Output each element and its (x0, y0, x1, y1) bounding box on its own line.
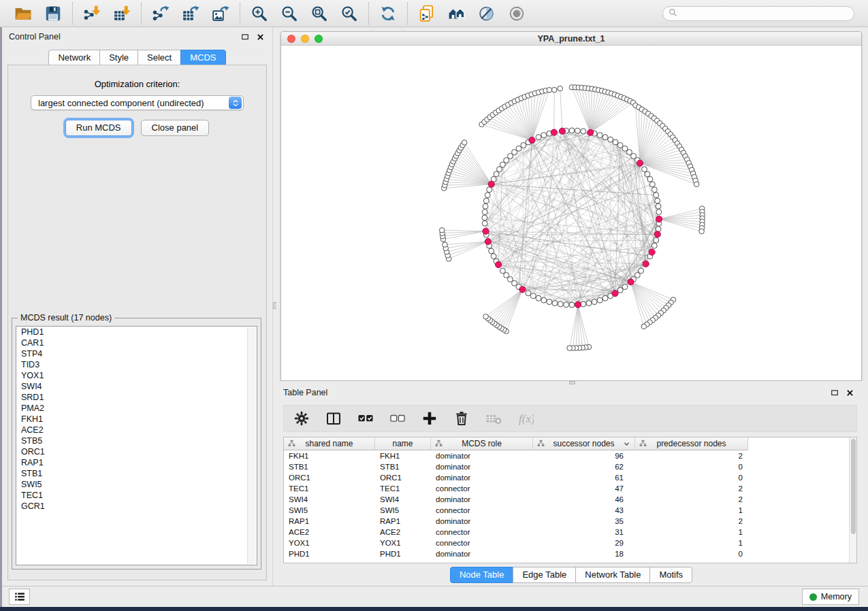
close-panel-icon[interactable] (255, 32, 266, 42)
column-header-predecessor-nodes[interactable]: predecessor nodes (635, 437, 748, 450)
zoom-out-icon[interactable] (279, 3, 300, 24)
mcds-result-item[interactable]: ACE2 (16, 425, 257, 435)
table-cell: 31 (533, 527, 635, 538)
tab-edge-table[interactable]: Edge Table (513, 567, 576, 583)
table-scrollbar-thumb[interactable] (851, 439, 856, 534)
search-input[interactable] (681, 9, 848, 18)
toolbar-group (142, 0, 240, 27)
refresh-layout-icon[interactable] (378, 3, 398, 24)
table-row[interactable]: RAP1RAP1dominator352 (284, 516, 856, 527)
tab-select[interactable]: Select (138, 50, 181, 66)
maximize-window-icon[interactable] (315, 35, 323, 43)
columns-icon[interactable] (325, 410, 342, 427)
search-icon (669, 7, 677, 20)
mcds-result-item[interactable]: RAP1 (16, 457, 257, 468)
mcds-result-item[interactable]: ORC1 (16, 446, 257, 457)
mcds-result-item[interactable]: YOX1 (16, 370, 257, 381)
mcds-result-list[interactable]: PHD1CAR1STP4TID3YOX1SWI4SRD1PMA2FKH1ACE2… (16, 326, 257, 565)
table-cell: ORC1 (284, 472, 375, 483)
close-panel-button[interactable]: Close panel (141, 120, 210, 136)
table-cell: 2 (635, 483, 748, 494)
table-cell: 43 (533, 505, 635, 516)
mcds-result-item[interactable]: STB1 (16, 468, 257, 479)
mcds-result-item[interactable]: SWI5 (16, 479, 257, 490)
mcds-result-item[interactable]: SRD1 (16, 392, 257, 403)
mcds-result-item[interactable]: CAR1 (16, 337, 257, 348)
import-table-icon[interactable] (112, 3, 132, 24)
export-table-icon[interactable] (180, 3, 201, 24)
minimize-window-icon[interactable] (301, 35, 309, 43)
mcds-result-item[interactable]: TID3 (16, 359, 257, 370)
criterion-dropdown[interactable]: largest connected component (undirected) (31, 95, 244, 110)
mcds-result-item[interactable]: STP4 (16, 348, 257, 359)
hide-selected-icon[interactable] (477, 3, 497, 24)
zoom-in-icon[interactable] (249, 3, 270, 24)
table-scrollbar[interactable] (849, 437, 856, 563)
table-row[interactable]: YOX1YOX1connector291 (284, 538, 856, 548)
status-bar: Memory (2, 586, 868, 607)
table-row[interactable]: PHD1PHD1dominator180 (284, 548, 856, 559)
export-network-icon[interactable] (150, 3, 171, 24)
float-panel-icon[interactable] (829, 388, 839, 398)
mcds-result-item[interactable]: PHD1 (16, 327, 257, 337)
table-row[interactable]: ORC1ORC1dominator610 (284, 472, 856, 483)
show-all-icon[interactable] (507, 3, 527, 24)
control-panel-title: Control Panel (9, 32, 61, 42)
node-table: shared namenameMCDS rolesuccessor nodesp… (283, 437, 857, 563)
table-cell: 18 (533, 548, 635, 559)
tab-motifs[interactable]: Motifs (649, 567, 692, 583)
float-panel-icon[interactable] (240, 32, 250, 42)
task-history-button[interactable] (9, 589, 30, 605)
column-header-name[interactable]: name (375, 437, 431, 450)
mcds-result-item[interactable]: SWI4 (16, 381, 257, 392)
table-cell: SWI5 (375, 505, 431, 516)
memory-button[interactable]: Memory (802, 589, 859, 605)
table-cell: 1 (635, 527, 748, 538)
tab-mcds[interactable]: MCDS (180, 50, 225, 66)
mcds-result-item[interactable]: STB5 (16, 435, 257, 446)
run-mcds-button[interactable]: Run MCDS (65, 120, 132, 136)
zoom-selected-icon[interactable] (339, 3, 359, 24)
delete-row-icon[interactable] (453, 410, 470, 427)
tab-network-table[interactable]: Network Table (575, 567, 650, 583)
mcds-result-title: MCDS result (17 nodes) (18, 313, 114, 323)
deselect-all-icon[interactable] (389, 410, 406, 427)
mcds-result-item[interactable]: FKH1 (16, 414, 257, 425)
close-window-icon[interactable] (287, 35, 295, 43)
column-header-successor-nodes[interactable]: successor nodes (533, 437, 635, 450)
column-header-MCDS-role[interactable]: MCDS role (431, 437, 533, 450)
app-window: Control Panel NetworkStyleSelectMCDS Opt… (0, 0, 868, 607)
tab-style[interactable]: Style (99, 50, 138, 66)
search-box[interactable] (662, 6, 854, 21)
column-header-shared-name[interactable]: shared name (284, 437, 375, 450)
export-image-icon[interactable] (210, 3, 231, 24)
table-row[interactable]: ACE2ACE2connector311 (284, 527, 856, 538)
network-canvas[interactable] (281, 46, 861, 380)
settings-icon[interactable] (293, 410, 310, 427)
mcds-result-item[interactable]: TEC1 (16, 490, 257, 501)
result-list-scrollbar[interactable] (247, 327, 256, 564)
table-row[interactable]: SWI4SWI4dominator462 (284, 494, 856, 505)
save-session-icon[interactable] (43, 3, 63, 24)
table-row[interactable]: FKH1FKH1dominator962 (284, 450, 856, 461)
close-panel-icon[interactable] (845, 388, 855, 398)
tab-node-table[interactable]: Node Table (450, 567, 514, 583)
mcds-result-item[interactable]: GCR1 (16, 501, 257, 512)
table-row[interactable]: STB1STB1dominator620 (284, 461, 856, 472)
add-row-icon[interactable] (421, 410, 438, 427)
mcds-result-item[interactable]: PMA2 (16, 403, 257, 414)
zoom-fit-icon[interactable] (309, 3, 329, 24)
table-row[interactable]: TEC1TEC1connector472 (284, 483, 856, 494)
table-cell: 2 (635, 516, 748, 527)
table-cell: 0 (635, 472, 748, 483)
table-cell: SWI4 (284, 494, 375, 505)
tab-network[interactable]: Network (48, 50, 100, 66)
open-session-icon[interactable] (13, 3, 33, 24)
first-neighbors-icon[interactable] (447, 3, 467, 24)
import-network-icon[interactable] (82, 3, 102, 24)
clone-network-icon[interactable] (417, 3, 437, 24)
function-builder-icon: f(x) (517, 410, 534, 427)
table-row[interactable]: SWI5SWI5connector431 (284, 505, 856, 516)
network-window-titlebar[interactable]: YPA_prune.txt_1 (281, 32, 861, 46)
select-all-icon[interactable] (357, 410, 374, 427)
